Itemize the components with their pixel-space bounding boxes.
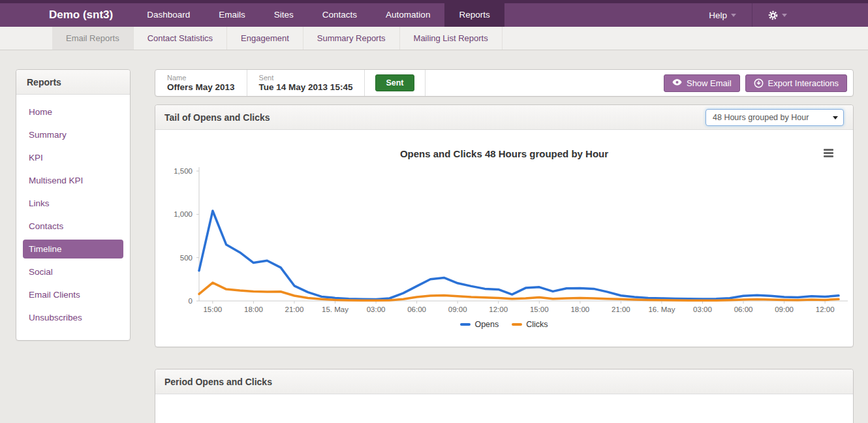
timeline-chart: 05001,0001,50015:0018:0021:0015. May03:0… [155, 163, 853, 316]
svg-text:12:00: 12:00 [816, 306, 835, 313]
svg-text:15. May: 15. May [322, 306, 349, 313]
email-sent-block: Sent Tue 14 May 2013 15:45 [247, 74, 365, 92]
svg-text:18:00: 18:00 [244, 306, 263, 313]
tab-engagement[interactable]: Engagement [227, 27, 303, 50]
svg-text:06:00: 06:00 [407, 306, 426, 313]
nav-item-sites[interactable]: Sites [260, 0, 308, 27]
svg-text:03:00: 03:00 [367, 306, 386, 313]
nav-item-dashboard[interactable]: Dashboard [132, 0, 204, 27]
svg-text:1,500: 1,500 [174, 167, 193, 175]
period-panel-header: Period Opens and Clicks [155, 369, 853, 394]
tabbar-spacer [0, 27, 52, 50]
tail-chart-header: Tail of Opens and Clicks 48 Hours groupe… [155, 105, 853, 130]
export-interactions-label: Export Interactions [768, 78, 839, 88]
chart-body: Opens and Clicks 48 Hours grouped by Hou… [155, 130, 853, 347]
tail-chart-title: Tail of Opens and Clicks [164, 112, 270, 123]
sidebar-title: Reports [27, 77, 61, 87]
tab-mailing-list-reports[interactable]: Mailing List Reports [400, 27, 503, 50]
export-interactions-button[interactable]: Export Interactions [745, 74, 847, 92]
sidebar-item-multisend-kpi[interactable]: Multisend KPI [23, 171, 123, 190]
svg-text:12:00: 12:00 [489, 306, 508, 313]
sidebar-list: Home Summary KPI Multisend KPI Links Con… [16, 95, 130, 340]
sidebar-item-summary[interactable]: Summary [23, 125, 123, 144]
top-nav: Demo (snt3) Dashboard Emails Sites Conta… [0, 0, 868, 27]
sidebar-item-kpi[interactable]: KPI [23, 148, 123, 167]
settings-menu[interactable] [752, 0, 803, 27]
svg-text:03:00: 03:00 [693, 306, 712, 313]
app-brand[interactable]: Demo (snt3) [49, 0, 113, 27]
reports-sidebar: Reports Home Summary KPI Multisend KPI L… [16, 69, 131, 341]
chart-title: Opens and Clicks 48 Hours grouped by Hou… [155, 148, 853, 159]
divider [364, 70, 365, 96]
clicks-line-swatch [512, 323, 522, 326]
clicks-legend-label: Clicks [526, 320, 548, 329]
select-caret-icon [833, 116, 838, 119]
svg-text:0: 0 [189, 297, 193, 305]
period-table: Period Opens Period % of Total Opens Per… [155, 394, 853, 423]
period-panel: Period Opens and Clicks Period Opens Per… [155, 369, 854, 423]
download-circle-icon [754, 78, 764, 88]
svg-text:16. May: 16. May [648, 306, 675, 313]
sidebar-item-social[interactable]: Social [23, 262, 123, 281]
svg-text:1,000: 1,000 [174, 210, 193, 218]
svg-text:09:00: 09:00 [775, 306, 794, 313]
nav-item-emails[interactable]: Emails [204, 0, 260, 27]
help-label: Help [709, 10, 727, 20]
period-panel-title: Period Opens and Clicks [164, 377, 272, 387]
svg-text:15:00: 15:00 [203, 306, 222, 313]
nav-item-reports[interactable]: Reports [444, 0, 504, 27]
eye-icon [672, 78, 682, 88]
show-email-button[interactable]: Show Email [664, 74, 740, 92]
opens-line-swatch [460, 323, 471, 326]
chevron-down-icon [782, 14, 787, 17]
tab-summary-reports[interactable]: Summary Reports [303, 27, 400, 50]
sidebar-item-email-clients[interactable]: Email Clients [23, 285, 123, 304]
nav-item-automation[interactable]: Automation [371, 0, 444, 27]
sidebar-header: Reports [16, 70, 130, 95]
email-name-block: Name Offers May 2013 [155, 74, 247, 92]
name-label: Name [167, 74, 235, 82]
sent-label: Sent [259, 74, 353, 82]
sidebar-item-links[interactable]: Links [23, 194, 123, 213]
nav-item-contacts[interactable]: Contacts [308, 0, 371, 27]
svg-text:15:00: 15:00 [530, 306, 549, 313]
name-value: Offers May 2013 [167, 82, 235, 93]
chart-legend: Opens Clicks [155, 320, 853, 329]
chart-context-menu-icon[interactable] [824, 149, 833, 159]
sidebar-item-timeline[interactable]: Timeline [23, 240, 123, 258]
sent-value: Tue 14 May 2013 15:45 [259, 82, 353, 93]
chevron-down-icon [731, 14, 736, 17]
range-select-value: 48 Hours grouped by Hour [713, 113, 809, 122]
divider [425, 70, 426, 96]
help-menu[interactable]: Help [693, 0, 752, 27]
top-nav-menu: Dashboard Emails Sites Contacts Automati… [132, 0, 504, 27]
tail-chart-panel: Tail of Opens and Clicks 48 Hours groupe… [155, 104, 854, 347]
opens-legend-label: Opens [474, 320, 499, 329]
legend-item-clicks[interactable]: Clicks [512, 320, 548, 329]
status-badge[interactable]: Sent [375, 74, 414, 91]
sidebar-item-home[interactable]: Home [23, 102, 123, 121]
gear-icon [768, 10, 778, 20]
top-nav-utilities: Help [693, 0, 803, 27]
svg-text:500: 500 [180, 254, 193, 262]
svg-text:21:00: 21:00 [285, 306, 304, 313]
tab-email-reports[interactable]: Email Reports [52, 27, 134, 50]
svg-text:21:00: 21:00 [612, 306, 630, 313]
svg-text:09:00: 09:00 [448, 306, 467, 313]
email-info-bar: Name Offers May 2013 Sent Tue 14 May 201… [155, 69, 854, 97]
legend-item-opens[interactable]: Opens [460, 320, 499, 329]
sidebar-item-contacts[interactable]: Contacts [23, 217, 123, 236]
show-email-label: Show Email [687, 78, 732, 88]
range-select[interactable]: 48 Hours grouped by Hour [705, 109, 844, 126]
svg-text:18:00: 18:00 [570, 306, 589, 313]
report-tabbar: Email Reports Contact Statistics Engagem… [0, 27, 868, 50]
sidebar-item-unsubscribes[interactable]: Unsubscribes [23, 308, 123, 327]
tab-contact-statistics[interactable]: Contact Statistics [134, 27, 227, 50]
svg-text:06:00: 06:00 [734, 306, 753, 313]
